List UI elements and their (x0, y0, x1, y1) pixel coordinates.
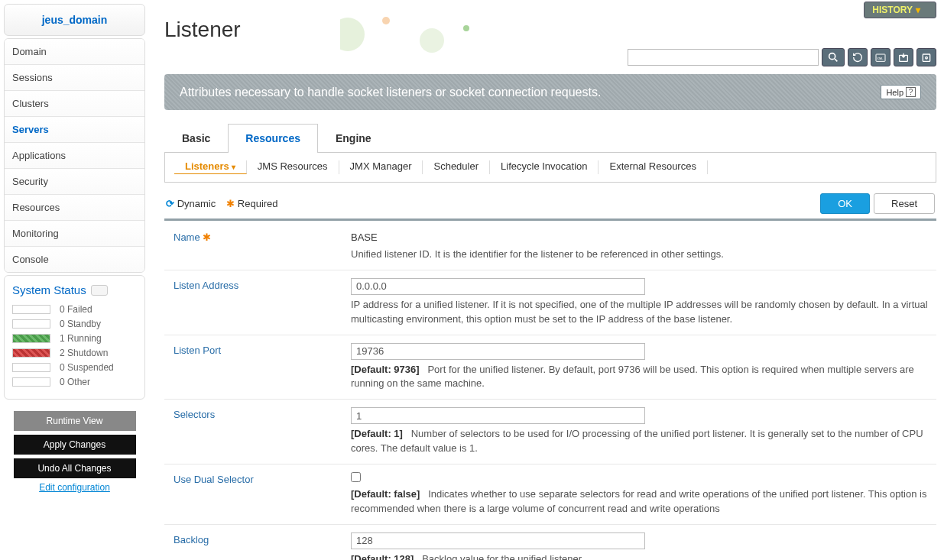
checkbox-use-dual-selector[interactable] (351, 472, 361, 482)
tab-resources[interactable]: Resources (228, 124, 318, 153)
svg-rect-9 (923, 54, 929, 61)
nav-item-security[interactable]: Security (5, 169, 144, 195)
status-toggle-icon[interactable] (91, 285, 108, 296)
label-use-dual-selector: Use Dual Selector (164, 465, 348, 524)
desc-use-dual-selector: [Default: false] Indicates whether to us… (351, 487, 933, 516)
undo-changes-button[interactable]: Undo All Changes (14, 458, 136, 478)
help-button[interactable]: Help? (881, 85, 921, 99)
label-selectors: Selectors (164, 400, 348, 464)
tab-engine[interactable]: Engine (318, 124, 389, 152)
value-name: BASE (351, 230, 933, 244)
form-table: Name ✱ BASE Unified listener ID. It is t… (164, 222, 936, 560)
subtab-lifecycle-invocation[interactable]: Lifecycle Invocation (490, 160, 599, 174)
subtab-external-resources[interactable]: External Resources (599, 160, 707, 174)
status-list: 0 Failed0 Standby1 Running2 Shutdown0 Su… (12, 304, 137, 387)
desc-selectors: [Default: 1] Number of selectors to be u… (351, 427, 933, 456)
status-row-failed: 0 Failed (12, 304, 137, 315)
subtab-jmx-manager[interactable]: JMX Manager (339, 160, 423, 174)
svg-point-4 (829, 53, 835, 60)
status-row-suspended: 0 Suspended (12, 362, 137, 373)
status-bar-icon (12, 348, 50, 358)
dynamic-icon: ⟳ (166, 198, 174, 209)
required-icon: ✱ (203, 231, 211, 243)
search-button[interactable] (822, 48, 845, 66)
status-bar-icon (12, 319, 50, 329)
history-button[interactable]: HISTORY (864, 2, 936, 18)
subtab-listeners[interactable]: Listeners (174, 160, 247, 174)
legend-required: ✱ Required (226, 198, 277, 209)
xml-button[interactable]: XML (871, 48, 890, 66)
nav-item-servers[interactable]: Servers (5, 117, 144, 143)
input-listen-address[interactable] (351, 278, 645, 295)
input-selectors[interactable] (351, 407, 645, 424)
svg-text:XML: XML (877, 57, 884, 60)
description-banner: Attributes necessary to handle socket li… (164, 74, 936, 110)
status-row-standby: 0 Standby (12, 319, 137, 329)
status-row-shutdown: 2 Shutdown (12, 348, 137, 358)
input-backlog[interactable] (351, 532, 645, 549)
subtab-scheduler[interactable]: Scheduler (423, 160, 490, 174)
label-listen-port: Listen Port (164, 335, 348, 400)
nav-item-applications[interactable]: Applications (5, 143, 144, 169)
system-status-box: System Status 0 Failed0 Standby1 Running… (4, 275, 145, 400)
runtime-view-button[interactable]: Runtime View (14, 411, 136, 431)
apply-changes-button[interactable]: Apply Changes (14, 435, 136, 455)
status-row-other: 0 Other (12, 377, 137, 387)
desc-backlog: [Default: 128] Backlog value for the uni… (351, 552, 933, 560)
input-listen-port[interactable] (351, 343, 645, 360)
nav-item-sessions[interactable]: Sessions (5, 65, 144, 91)
svg-line-5 (835, 59, 837, 61)
refresh-button[interactable] (848, 48, 868, 66)
status-bar-icon (12, 305, 50, 314)
desc-name: Unified listener ID. It is the identifie… (351, 248, 933, 262)
settings-button[interactable] (916, 48, 936, 66)
status-bar-icon (12, 334, 50, 343)
tab-basic[interactable]: Basic (164, 124, 228, 152)
status-bar-icon (12, 363, 50, 372)
nav-item-domain[interactable]: Domain (5, 39, 144, 65)
label-name: Name ✱ (164, 222, 348, 270)
label-listen-address: Listen Address (164, 270, 348, 335)
status-bar-icon (12, 377, 50, 387)
system-status-title: System Status (12, 283, 137, 296)
sidebar-nav: DomainSessionsClustersServersApplication… (4, 38, 145, 273)
tabs: BasicResourcesEngine (164, 124, 936, 153)
required-icon: ✱ (226, 198, 235, 209)
edit-configuration-link[interactable]: Edit configuration (4, 482, 145, 493)
desc-listen-port: [Default: 9736] Port for the unified lis… (351, 363, 933, 392)
export-button[interactable] (894, 48, 913, 66)
page-title: Listener (164, 18, 936, 42)
subtabs: ListenersJMS ResourcesJMX ManagerSchedul… (164, 153, 936, 183)
nav-item-monitoring[interactable]: Monitoring (5, 221, 144, 247)
svg-point-10 (926, 57, 928, 59)
nav-item-resources[interactable]: Resources (5, 195, 144, 221)
nav-item-clusters[interactable]: Clusters (5, 91, 144, 117)
domain-title[interactable]: jeus_domain (4, 4, 145, 36)
reset-button[interactable]: Reset (874, 193, 935, 214)
ok-button[interactable]: OK (820, 193, 870, 214)
nav-item-console[interactable]: Console (5, 247, 144, 272)
legend-dynamic: ⟳ Dynamic (166, 198, 216, 209)
label-backlog: Backlog (164, 525, 348, 560)
help-icon: ? (906, 87, 916, 97)
subtab-jms-resources[interactable]: JMS Resources (247, 160, 339, 174)
status-row-running: 1 Running (12, 333, 137, 344)
search-input[interactable] (628, 49, 819, 66)
desc-listen-address: IP address for a unified listener. If it… (351, 298, 933, 327)
